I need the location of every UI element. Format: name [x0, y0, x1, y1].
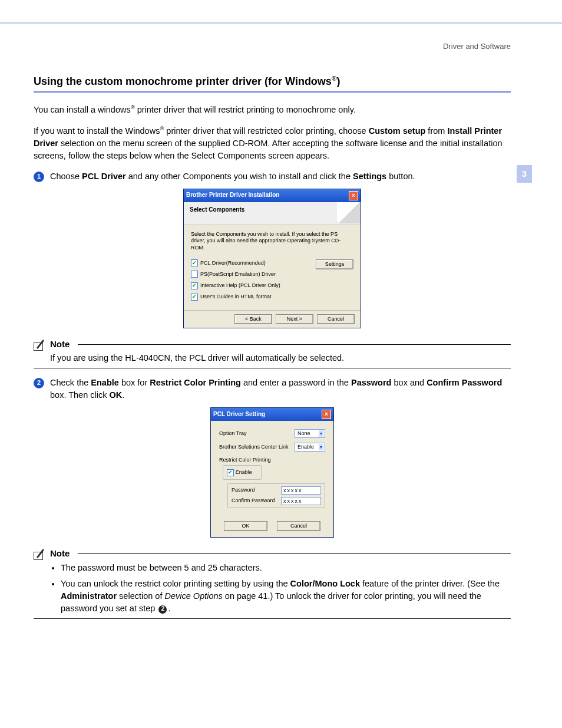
dialog-head-label: Select Components [190, 206, 244, 215]
component-checklist: ✔PCL Driver(Recommended) PS(PostScript E… [191, 259, 280, 304]
step-badge-2-inline: 2 [158, 605, 167, 614]
s2a: Check the [50, 378, 91, 387]
note-pencil-icon [34, 339, 47, 350]
cancel-button[interactable]: Cancel [277, 521, 320, 531]
settings-bold: Settings [353, 172, 386, 181]
restrict-color-bold: Restrict Color Printing [150, 378, 241, 387]
n2a: You can unlock the restrict color printi… [61, 579, 290, 588]
top-border [0, 0, 562, 24]
p2c: from [425, 126, 447, 136]
close-icon[interactable]: × [322, 410, 331, 419]
back-button[interactable]: < Back [234, 314, 272, 324]
password-label: Password [232, 486, 255, 494]
dialog-instruction: Select the Components you wish to instal… [191, 231, 353, 251]
note-rule [78, 344, 511, 345]
heading-text: Using the custom monochrome printer driv… [34, 75, 332, 87]
p2d: selection on the menu screen of the supp… [34, 139, 503, 160]
dialog-titlebar: Brother Printer Driver Installation × [184, 189, 361, 202]
note-2-item-1: The password must be between 5 and 25 ch… [61, 562, 511, 574]
note-1: Note If you are using the HL-4040CN, the… [34, 338, 511, 368]
s2d: box and [391, 378, 427, 387]
n2c: selection of [117, 591, 164, 601]
page-title: Using the custom monochrome printer driv… [34, 74, 511, 89]
n2e: . [168, 604, 170, 613]
checkbox-icon: ✔ [191, 282, 198, 289]
note-end-rule [34, 368, 511, 368]
solutions-link-select[interactable]: Enable▾ [295, 443, 325, 452]
heading-suffix: ) [337, 75, 340, 87]
heading-rule [34, 91, 511, 93]
device-options-italic: Device Options [165, 591, 223, 601]
confirm-password-label: Confirm Password [232, 497, 275, 505]
chk-users-guide[interactable]: ✔User's Guides in HTML format [191, 293, 280, 301]
step-1: 1 Choose PCL Driver and any other Compon… [34, 170, 511, 183]
note-2-item-2: You can unlock the restrict color printi… [61, 578, 511, 615]
enable-label: Enable [236, 469, 252, 475]
password-bold: Password [351, 378, 392, 387]
dialog-header: Select Components [184, 202, 361, 226]
cancel-button[interactable]: Cancel [317, 314, 355, 324]
checkbox-icon: ✔ [191, 294, 198, 301]
next-button[interactable]: Next > [276, 314, 313, 324]
chevron-down-icon: ▾ [319, 444, 323, 451]
confirm-password-bold: Confirm Password [427, 378, 502, 387]
s2c: and enter a password in the [241, 378, 351, 387]
n2b: feature of the printer driver. (See the [360, 579, 500, 588]
note-pencil-icon [34, 548, 47, 559]
enable-bold: Enable [91, 378, 119, 387]
note-rule [78, 553, 511, 554]
close-icon[interactable]: × [349, 191, 358, 200]
checkbox-icon: ✔ [191, 259, 198, 266]
note-label: Note [50, 547, 70, 560]
s2f: . [122, 390, 124, 400]
chk-ps-driver[interactable]: PS(PostScript Emulation) Driver [191, 271, 280, 278]
password-group: Password xxxxx Confirm Password xxxxx [227, 483, 325, 508]
restrict-color-label: Restrict Color Printing [219, 456, 325, 464]
note-1-text: If you are using the HL-4040CN, the PCL … [50, 352, 511, 364]
chk-label: User's Guides in HTML format [200, 293, 271, 301]
registered-mark: ® [131, 104, 135, 110]
chapter-side-tab: 3 [517, 165, 532, 183]
password-input[interactable]: xxxxx [281, 486, 321, 495]
setup-paragraph: If you want to install the Windows® prin… [34, 124, 511, 162]
pcl-driver-bold: PCL Driver [82, 172, 126, 181]
dialog-titlebar: PCL Driver Setting × [211, 408, 333, 421]
select-value: Enable [297, 443, 314, 451]
confirm-password-input[interactable]: xxxxx [281, 497, 321, 505]
ok-button[interactable]: OK [224, 521, 267, 531]
step-2: 2 Check the Enable box for Restrict Colo… [34, 377, 511, 401]
option-tray-label: Option Tray [219, 430, 247, 437]
pcl-driver-setting-dialog: PCL Driver Setting × Option Tray None▾ B… [210, 407, 334, 538]
dialog-title: Brother Printer Driver Installation [186, 191, 279, 200]
option-tray-select[interactable]: None▾ [295, 429, 325, 438]
checkbox-icon[interactable]: ✔ [227, 469, 234, 476]
step-badge-2: 2 [34, 378, 44, 388]
p2b: printer driver that will restricted colo… [164, 126, 368, 136]
color-mono-lock-bold: Color/Mono Lock [290, 579, 360, 588]
ok-bold: OK [109, 390, 122, 400]
registered-mark: ® [332, 74, 337, 82]
enable-group: ✔ Enable [223, 465, 262, 480]
solutions-link-label: Brother Solutions Center Link [219, 443, 289, 451]
chk-label: PS(PostScript Emulation) Driver [200, 271, 276, 278]
step-badge-1: 1 [34, 172, 44, 182]
administrator-bold: Administrator [61, 591, 117, 601]
note-2: Note The password must be between 5 and … [34, 547, 511, 620]
s1b: and any other Components you wish to ins… [126, 172, 353, 181]
dialog-title: PCL Driver Setting [213, 410, 265, 419]
chk-pcl-driver[interactable]: ✔PCL Driver(Recommended) [191, 259, 280, 267]
checkbox-icon [191, 271, 198, 278]
p2a: If you want to install the Windows [34, 126, 160, 136]
s2b: box for [119, 378, 150, 387]
intro-paragraph: You can install a windows® printer drive… [34, 103, 511, 116]
s1a: Choose [50, 172, 82, 181]
chk-interactive-help[interactable]: ✔Interactive Help (PCL Driver Only) [191, 282, 280, 289]
note-end-rule [34, 618, 511, 619]
s2e: box. Then click [50, 390, 109, 400]
intro-a: You can install a windows [34, 105, 131, 114]
s1c: button. [386, 172, 415, 181]
chk-label: Interactive Help (PCL Driver Only) [200, 282, 280, 289]
select-components-dialog: Brother Printer Driver Installation × Se… [183, 189, 361, 328]
select-value: None [297, 430, 310, 437]
settings-button[interactable]: Settings [316, 259, 353, 269]
